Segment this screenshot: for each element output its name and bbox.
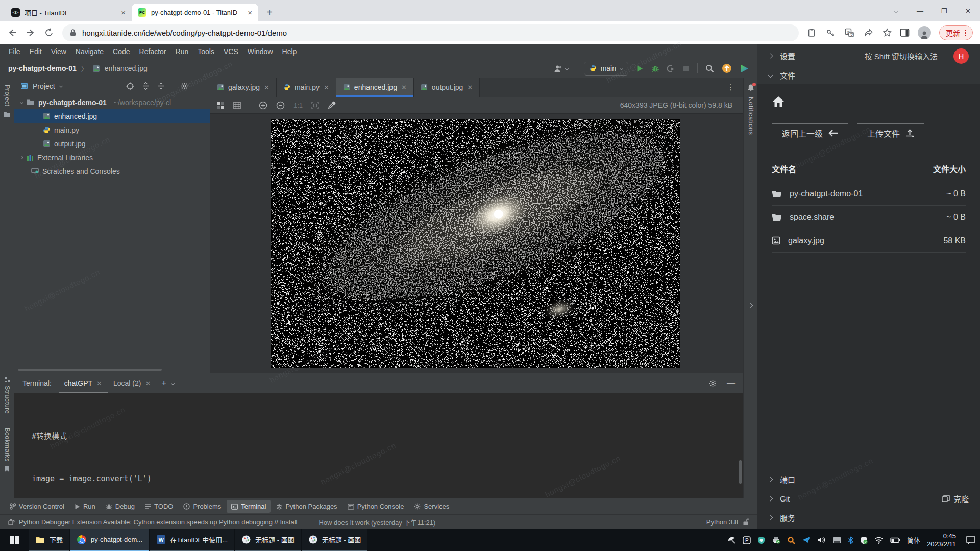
clock[interactable]: 0:45 2023/2/11 (927, 532, 956, 548)
restore-icon[interactable]: ❐ (932, 0, 956, 21)
send-plane-tray-icon[interactable] (802, 536, 811, 544)
tree-row-enhanced[interactable]: enhanced.jpg (14, 109, 210, 123)
p-app-icon[interactable]: P (743, 536, 751, 544)
clipboard-icon[interactable] (807, 28, 816, 37)
expand-all-icon[interactable] (142, 82, 150, 90)
wifi-icon[interactable] (874, 537, 884, 544)
share-icon[interactable] (864, 28, 873, 37)
tool-strip-notifications[interactable]: Notifications (747, 97, 754, 135)
menu-window[interactable]: Window (243, 46, 278, 57)
browser-menu-icon[interactable] (965, 30, 966, 36)
tab-close-icon[interactable]: ✕ (401, 84, 407, 91)
bluetooth-icon[interactable] (848, 536, 853, 544)
start-button[interactable] (0, 529, 29, 551)
defender-tray-icon[interactable] (860, 536, 868, 544)
editor-options-icon[interactable]: ⋮ (727, 78, 743, 97)
file-row[interactable]: py-chatgpt-demo-01 ~ 0 B (772, 182, 966, 206)
terminal-tab-chatgpt[interactable]: chatGPT ✕ (59, 373, 108, 393)
toolwindow-run[interactable]: Run (70, 500, 100, 513)
run-config-selector[interactable]: main (584, 62, 628, 76)
hide-panel-icon[interactable]: — (196, 82, 204, 90)
search-paw-tray-icon[interactable] (787, 536, 795, 544)
go-up-button[interactable]: 返回上一级 (772, 123, 848, 142)
tool-strip-bookmarks[interactable]: Bookmarks (4, 428, 11, 462)
menu-navigate[interactable]: Navigate (71, 46, 108, 57)
menu-help[interactable]: Help (278, 46, 302, 57)
tree-row-scratches[interactable]: Scratches and Consoles (14, 164, 210, 178)
address-bar[interactable]: hongxi.titanide.cn/ide/web/coding/py-cha… (62, 24, 799, 41)
interpreter-label[interactable]: Python 3.8 (706, 518, 738, 526)
sidebar-services-row[interactable]: 服务 (757, 508, 980, 527)
printer-tray-icon[interactable] (772, 536, 780, 544)
terminal-tab-local[interactable]: Local (2) ✕ (108, 373, 156, 393)
back-icon[interactable] (7, 28, 17, 38)
tab-close-icon[interactable]: × (248, 9, 252, 16)
search-everywhere-icon[interactable] (705, 64, 714, 73)
fit-to-window-icon[interactable] (311, 102, 319, 109)
tab-close-icon[interactable]: ✕ (467, 84, 473, 91)
tree-row-external-libraries[interactable]: External Libraries (14, 151, 210, 164)
debug-button[interactable] (651, 65, 659, 72)
pixel-grid-icon[interactable] (233, 102, 241, 109)
ime-indicator[interactable]: 简体 (907, 535, 920, 545)
status-message[interactable]: Python Debugger Extension Available: Cyt… (19, 518, 297, 526)
zoom-in-icon[interactable] (259, 101, 267, 110)
sidebar-git-row[interactable]: Git 克隆 (757, 489, 980, 508)
forward-icon[interactable] (26, 28, 36, 38)
shield-tray-icon[interactable] (757, 536, 765, 544)
upload-file-button[interactable]: 上传文件 (857, 123, 924, 142)
new-tab-button[interactable]: + (262, 5, 277, 19)
remote-tool-icon[interactable] (727, 536, 736, 544)
editor-tab-main-py[interactable]: main.py ✕ (277, 78, 336, 97)
editor-tab-output[interactable]: output.jpg ✕ (414, 78, 480, 97)
tab-close-icon[interactable]: ✕ (264, 84, 270, 91)
volume-icon[interactable] (817, 536, 826, 544)
profile-avatar[interactable] (918, 26, 931, 39)
minimize-icon[interactable]: — (908, 0, 932, 21)
editor-tab-enhanced[interactable]: enhanced.jpg ✕ (336, 78, 414, 97)
tab-close-icon[interactable]: ✕ (96, 380, 102, 387)
color-picker-icon[interactable] (328, 101, 336, 109)
tool-strip-structure[interactable]: Structure (4, 386, 11, 414)
actual-size-button[interactable]: 1:1 (293, 102, 303, 109)
toolwindow-todo[interactable]: TODO (140, 500, 178, 513)
structure-icon[interactable] (4, 377, 10, 383)
tree-row-output[interactable]: output.jpg (14, 137, 210, 151)
stop-button[interactable] (683, 65, 690, 72)
project-panel-title[interactable]: Project (33, 82, 55, 90)
minimize-panel-icon[interactable]: — (727, 379, 735, 388)
tab-close-icon[interactable]: ✕ (324, 84, 329, 91)
chevron-down-icon[interactable] (20, 101, 23, 104)
translate-icon[interactable]: G文 (845, 28, 854, 37)
bookmark-star-icon[interactable] (883, 28, 892, 37)
new-terminal-icon[interactable]: + (156, 378, 172, 388)
taskbar-app-downloads[interactable]: 下载 (29, 529, 69, 551)
tree-row-main-py[interactable]: main.py (14, 123, 210, 137)
collapse-all-icon[interactable] (157, 82, 165, 90)
sidebar-settings-row[interactable]: 设置 按 Shift 键切换输入法 H (757, 46, 980, 66)
sidebar-files-row[interactable]: 文件 (757, 66, 980, 84)
toolwindow-problems[interactable]: Problems (179, 500, 226, 513)
browser-update-button[interactable]: 更新 (939, 25, 973, 40)
menu-run[interactable]: Run (171, 46, 193, 57)
menu-vcs[interactable]: VCS (219, 46, 243, 57)
horizontal-scrollbar[interactable] (18, 369, 162, 371)
touchpad-tray-icon[interactable] (832, 536, 841, 544)
toolwindow-version-control[interactable]: Version Control (5, 500, 69, 513)
terminal-scrollbar[interactable] (739, 460, 742, 484)
user-avatar[interactable]: H (953, 48, 969, 64)
folder-icon[interactable] (4, 111, 11, 117)
breadcrumb-project[interactable]: py-chatgpt-demo-01 (8, 64, 77, 72)
toolwindow-python-console[interactable]: Python Console (343, 500, 409, 513)
editor-tab-galaxy[interactable]: galaxy.jpg ✕ (210, 78, 277, 97)
unlocked-padlock-icon[interactable] (743, 518, 749, 526)
notifications-bell-icon[interactable] (747, 84, 755, 92)
tab-close-icon[interactable]: × (121, 9, 126, 16)
chevron-down-icon[interactable] (59, 84, 63, 88)
taskbar-app-paint-2[interactable]: 无标题 - 画图 (302, 529, 368, 551)
home-icon[interactable] (772, 95, 966, 108)
toolwindow-services[interactable]: Services (409, 500, 454, 513)
tool-strip-project[interactable]: Project (4, 85, 11, 106)
user-menu-icon[interactable] (553, 64, 568, 73)
menu-refactor[interactable]: Refactor (135, 46, 171, 57)
